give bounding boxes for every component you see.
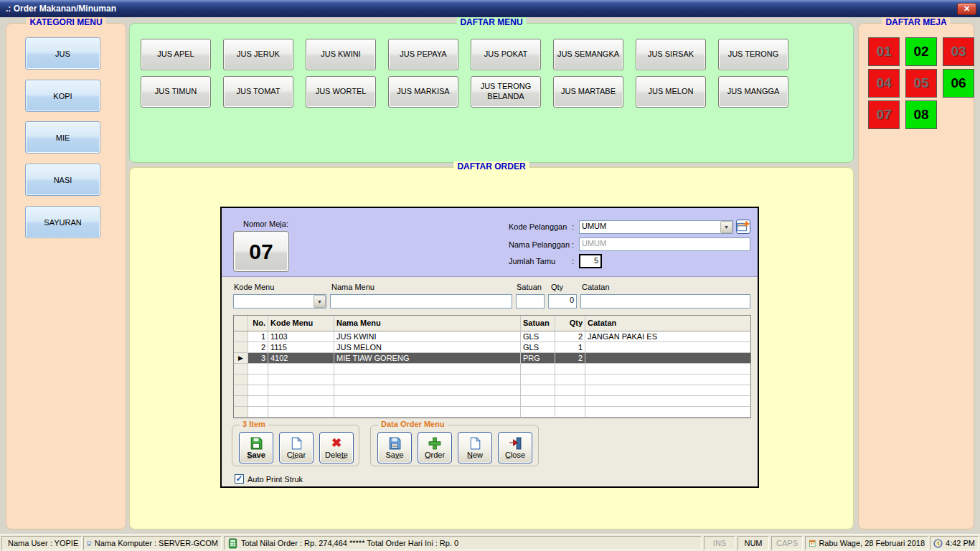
item-group: 3 Item S̲ave Cl̲ear ✖ Delet̲e [232,425,359,466]
cell-qty: 2 [555,353,585,364]
table-tile-03[interactable]: 03 [943,37,974,66]
daftar-menu-title: DAFTAR MENU [456,17,526,27]
menu-button-jus-terong[interactable]: JUS TERONG [718,39,788,70]
table-tile-06[interactable]: 06 [943,69,974,98]
kode-menu-combo[interactable]: ▼ [233,294,326,309]
status-total-panel: Total Nilai Order : Rp. 274,464 ***** To… [224,536,702,550]
jumlah-tamu-colon: : [572,257,579,265]
status-user-text: Nama User : YOPIE [8,539,78,547]
plus-icon [428,437,441,450]
qty-field[interactable]: 0 [548,294,577,309]
table-tile-05[interactable]: 05 [905,69,937,98]
clear-item-button[interactable]: Cl̲ear [279,432,314,463]
table-tile-08[interactable]: 08 [905,100,937,129]
status-computer-text: Nama Komputer : SERVER-GCOM [95,539,218,547]
kode-pelanggan-label: Kode Pelanggan [509,222,572,231]
satuan-field[interactable] [516,294,545,309]
table-tile-04[interactable]: 04 [868,69,900,98]
table-tile-01[interactable]: 01 [868,37,900,66]
new-page-icon [468,437,481,450]
new-order-button[interactable]: N̲ew [458,432,492,463]
menu-button-jus-timun[interactable]: JUS TIMUN [141,76,211,108]
auto-print-label: Auto Print Struk [248,475,303,484]
item-group-label: 3 Item [240,420,268,428]
menu-button-jus-kwini[interactable]: JUS KWINI [306,39,376,70]
menu-button-jus-wortel[interactable]: JUS WORTEL [306,76,376,108]
kode-pelanggan-combo[interactable]: UMUM ▼ [579,220,733,234]
menu-button-jus-pepaya[interactable]: JUS PEPAYA [388,39,458,70]
cell-qty: 1 [555,342,585,353]
menu-button-jus-pokat[interactable]: JUS POKAT [471,39,541,70]
kode-pelanggan-value[interactable]: UMUM [579,220,733,234]
kode-menu-value[interactable] [233,294,326,309]
new-customer-button[interactable] [736,220,750,234]
nama-menu-field[interactable] [330,294,512,309]
save-item-label: S̲ave [247,451,265,459]
delete-item-button[interactable]: ✖ Delet̲e [319,432,354,463]
status-date-panel: Rabu Wage, 28 Februari 2018 [805,536,928,550]
exit-door-icon [509,437,522,450]
status-ins-panel: INS [704,536,735,550]
kode-menu-dropdown-icon[interactable]: ▼ [314,295,326,308]
auto-print-row: ✓ Auto Print Struk [235,474,303,484]
close-form-button[interactable]: C̲lose [498,432,532,463]
header-kode-menu: Kode Menu [268,316,334,331]
cell-catatan [585,353,750,364]
nama-pelanggan-label: Nama Pelanggan [509,240,572,249]
qty-label: Qty [551,283,563,291]
table-tile-02[interactable]: 02 [905,37,937,66]
table-row[interactable]: 2 1115 JUS MELON GLS 1 [234,342,750,353]
satuan-label: Satuan [517,283,542,291]
menu-button-jus-semangka[interactable]: JUS SEMANGKA [553,39,623,70]
kode-pelanggan-dropdown-icon[interactable]: ▼ [720,221,732,233]
cell-nama: JUS KWINI [334,331,521,342]
menu-button-jus-mangga[interactable]: JUS MANGGA [718,76,788,108]
status-caps: CAPS [776,539,798,547]
menu-button-jus-melon[interactable]: JUS MELON [636,76,706,108]
table-row-empty[interactable] [234,364,750,375]
cell-no: 2 [248,342,268,353]
menu-button-jus-terong-belanda[interactable]: JUS TERONG BELANDA [471,76,541,108]
window-title: .: Order Makanan/Minuman [0,4,957,14]
menu-button-jus-markisa[interactable]: JUS MARKISA [388,76,458,108]
table-row-empty[interactable] [234,396,750,407]
menu-button-jus-apel[interactable]: JUS APEL [141,39,211,70]
status-time-panel: 4:42 PM [930,536,979,550]
delete-item-label: Delet̲e [325,451,348,459]
table-row[interactable]: 1 1103 JUS KWINI GLS 2 JANGAN PAKAI ES [234,331,750,342]
header-satuan: Satuan [521,316,555,331]
auto-print-checkbox[interactable]: ✓ [235,474,244,484]
table-tile-07[interactable]: 07 [868,100,900,129]
close-button[interactable]: ✕ [957,3,976,15]
kategori-button-sayuran[interactable]: SAYURAN [25,206,100,238]
kategori-button-jus[interactable]: JUS [25,37,100,70]
table-row-empty[interactable] [234,385,750,396]
nomor-meja-button[interactable]: 07 [233,231,289,272]
table-row-empty[interactable] [234,375,750,385]
menu-button-jus-jeruk[interactable]: JUS JERUK [223,39,293,70]
kategori-button-nasi[interactable]: NASI [25,164,100,196]
order-button[interactable]: O̲rder [418,432,452,463]
delete-x-icon: ✖ [330,437,343,450]
menu-button-jus-tomat[interactable]: JUS TOMAT [223,76,293,108]
header-catatan: Catatan [585,316,750,331]
table-row-empty[interactable] [234,407,750,418]
status-time-text: 4:42 PM [946,539,975,547]
jumlah-tamu-field[interactable]: 5 [579,254,602,268]
close-form-label: C̲lose [505,451,525,459]
nama-pelanggan-field[interactable]: UMUM [579,237,750,251]
menu-button-jus-martabe[interactable]: JUS MARTABE [553,76,623,108]
kode-pelanggan-colon: : [572,222,579,231]
table-row-selected[interactable]: ▶ 3 4102 MIE TIAW GORENG PRG 2 [234,353,750,364]
save-order-button[interactable]: Sav̲e [377,432,412,463]
kategori-button-mie[interactable]: MIE [25,121,100,154]
daftar-meja-title: DAFTAR MEJA [882,17,950,27]
menu-button-jus-sirsak[interactable]: JUS SIRSAK [636,39,706,70]
new-customer-icon [737,220,750,233]
catatan-field[interactable] [580,294,750,309]
kategori-menu-panel: KATEGORI MENU JUS KOPI MIE NASI SAYURAN [6,23,126,529]
jumlah-tamu-label: Jumlah Tamu [509,257,572,265]
save-item-button[interactable]: S̲ave [239,432,273,463]
cell-kode: 1115 [268,342,334,353]
kategori-button-kopi[interactable]: KOPI [25,80,100,112]
